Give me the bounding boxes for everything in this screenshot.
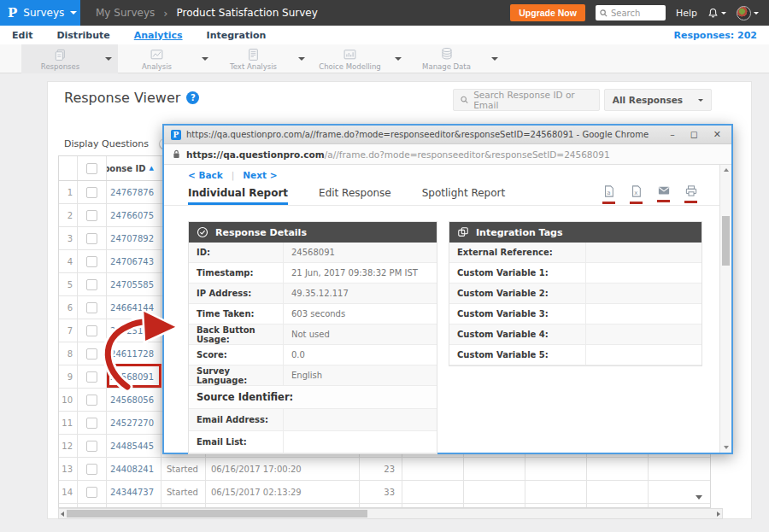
integration-tag-row: Custom Variable 3: <box>449 304 701 324</box>
row-checkbox[interactable] <box>86 187 97 198</box>
minimize-button[interactable]: – <box>670 130 675 139</box>
row-checkbox[interactable] <box>86 233 97 244</box>
table-scroll-down-icon[interactable] <box>696 495 702 500</box>
tab-spotlight-report[interactable]: Spotlight Report <box>422 187 505 205</box>
email-export-button[interactable] <box>657 185 670 204</box>
row-checkbox[interactable] <box>86 464 97 475</box>
nav-item-integration[interactable]: Integration <box>207 30 267 41</box>
cell-num: 11 <box>59 412 78 434</box>
scrollbar-thumb[interactable] <box>67 510 367 517</box>
response-id-link[interactable]: 24706743 <box>107 250 161 272</box>
survey-nav: EditDistributeAnalyticsIntegration Respo… <box>0 26 769 44</box>
scrollbar-thumb[interactable] <box>722 216 730 266</box>
detail-label: IP Address: <box>189 284 284 303</box>
toolbar-item-text-analysis[interactable]: Text Analysis <box>214 44 311 73</box>
nav-item-distribute[interactable]: Distribute <box>56 30 109 41</box>
popup-url-bar[interactable]: https://qa.questionpro.com/a//frame.do?m… <box>164 144 731 165</box>
url-path: /a//frame.do?mode=responseeditor&respons… <box>325 149 610 160</box>
cell-num: 6 <box>59 296 78 319</box>
row-checkbox[interactable] <box>86 441 97 452</box>
toolbar-item-choice-modelling[interactable]: Choice Modelling <box>311 44 408 73</box>
detail-label: Custom Variable 4: <box>449 324 586 344</box>
scroll-down-icon[interactable] <box>724 446 729 449</box>
cell-num: 5 <box>59 273 78 295</box>
popup-title-bar[interactable]: P https://qa.questionpro.com/a//frame.do… <box>164 126 731 144</box>
next-link[interactable]: Next > <box>243 170 277 180</box>
cell-num: 10 <box>59 389 78 411</box>
response-id-link[interactable]: 24611728 <box>107 342 161 365</box>
toolbar-item-dropdown[interactable] <box>485 57 504 61</box>
pdf-export-button[interactable]: a <box>602 185 615 204</box>
chevron-down-icon <box>395 57 402 61</box>
cell-status: Started <box>161 458 206 480</box>
breadcrumb-parent[interactable]: My Surveys <box>96 7 155 19</box>
analysis-icon <box>150 48 164 61</box>
analytics-toolbar: ResponsesAnalysisText AnalysisChoice Mod… <box>0 44 769 73</box>
help-link[interactable]: Help <box>676 8 697 19</box>
row-checkbox[interactable] <box>86 418 97 429</box>
icon-underline <box>684 201 697 203</box>
excel-export-button[interactable]: x <box>630 185 643 204</box>
table-horizontal-scrollbar[interactable] <box>58 508 723 519</box>
account-menu[interactable] <box>737 6 759 20</box>
response-id-link[interactable]: 24408241 <box>107 458 161 480</box>
upgrade-now-button[interactable]: Upgrade Now <box>510 4 585 21</box>
detail-label: Email Address: <box>189 409 284 430</box>
row-checkbox[interactable] <box>86 487 97 498</box>
scroll-left-icon[interactable] <box>61 512 64 517</box>
tab-edit-response[interactable]: Edit Response <box>319 187 391 205</box>
back-link[interactable]: < Back <box>188 170 223 180</box>
response-id-link[interactable]: 24664144 <box>107 296 161 319</box>
row-checkbox[interactable] <box>86 395 97 406</box>
response-detail-row: Timestamp:21 Jun, 2017 09:38:32 PM IST <box>189 263 437 284</box>
tab-individual-report[interactable]: Individual Report <box>188 187 288 205</box>
detail-value: 0.0 <box>284 345 437 365</box>
toolbar-item-dropdown[interactable] <box>99 57 118 61</box>
scroll-right-icon[interactable] <box>717 512 720 517</box>
popup-vertical-scrollbar[interactable] <box>719 165 731 453</box>
response-filter-dropdown[interactable]: All Responses <box>604 89 712 111</box>
bell-icon <box>707 8 719 19</box>
close-button[interactable]: ✕ <box>713 130 721 139</box>
row-checkbox[interactable] <box>86 279 97 290</box>
breadcrumb-current: Product Satisfaction Survey <box>176 7 317 19</box>
chevron-down-icon <box>105 57 112 61</box>
toolbar-item-manage-data[interactable]: Manage Data <box>408 44 504 73</box>
toolbar-item-dropdown[interactable] <box>292 57 311 61</box>
response-id-link[interactable]: 24344737 <box>107 481 161 503</box>
row-checkbox[interactable] <box>86 302 97 313</box>
response-id-link[interactable]: 24767876 <box>107 181 161 203</box>
row-checkbox[interactable] <box>86 325 97 336</box>
brand-menu[interactable]: P Surveys <box>0 0 80 26</box>
integration-tags-panel: Integration Tags External Reference:Cust… <box>449 221 702 366</box>
scroll-up-icon[interactable] <box>724 168 729 172</box>
notifications-button[interactable] <box>707 8 726 19</box>
response-id-link[interactable]: 24568056 <box>107 389 161 411</box>
response-id-link[interactable]: 24527270 <box>107 412 161 434</box>
product-switcher-label: Surveys <box>23 7 64 19</box>
row-checkbox[interactable] <box>86 371 97 383</box>
response-id-column-header[interactable]: Response ID▲ <box>107 156 161 180</box>
toolbar-item-dropdown[interactable] <box>389 57 408 61</box>
row-checkbox[interactable] <box>86 256 97 267</box>
row-checkbox[interactable] <box>86 348 97 360</box>
icon-underline <box>602 202 615 204</box>
print-button[interactable] <box>684 185 697 204</box>
response-details-panel: Response Details ID:24568091Timestamp:21… <box>188 221 437 454</box>
toolbar-item-dropdown[interactable] <box>196 57 214 61</box>
response-search-input[interactable]: Search Response ID or Email <box>453 89 600 111</box>
toolbar-item-analysis[interactable]: Analysis <box>118 44 214 73</box>
global-search-input[interactable]: Search <box>596 5 666 20</box>
response-id-link[interactable]: 24625131 <box>107 319 161 342</box>
maximize-button[interactable]: ◻ <box>690 130 698 139</box>
nav-item-analytics[interactable]: Analytics <box>134 30 183 41</box>
row-checkbox[interactable] <box>86 210 97 221</box>
response-id-link[interactable]: 24766075 <box>107 204 161 226</box>
response-id-link[interactable]: 24707892 <box>107 227 161 249</box>
help-badge-icon[interactable]: ? <box>186 91 199 104</box>
select-all-checkbox[interactable] <box>86 163 97 174</box>
toolbar-item-responses[interactable]: Responses <box>21 44 118 73</box>
response-id-link[interactable]: 24485445 <box>107 435 161 457</box>
nav-item-edit[interactable]: Edit <box>12 30 32 41</box>
response-id-link[interactable]: 24705585 <box>107 273 161 295</box>
